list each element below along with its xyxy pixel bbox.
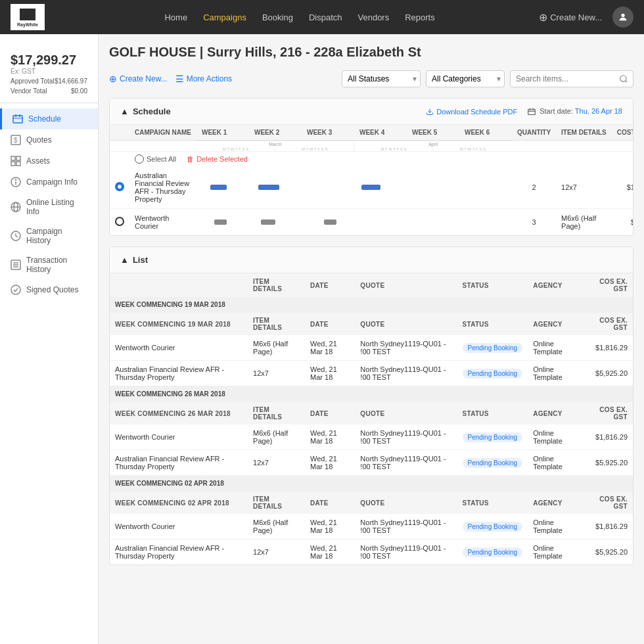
week-group-header: WEEK COMMENCING 26 MAR 2018 — [110, 386, 633, 402]
nav-vendors[interactable]: Vendors — [358, 12, 390, 22]
list-item-cost: $5,925.20 — [582, 540, 633, 565]
search-wrap — [510, 70, 633, 87]
cost-cell-1: $11,850.40 — [612, 166, 633, 209]
campaign-name-cell: Wentworth Courier — [129, 209, 196, 236]
svg-line-19 — [16, 236, 18, 237]
gantt-week6-row1 — [459, 166, 512, 209]
schedule-table-wrap: CAMPAIGN NAME WEEK 1 WEEK 2 WEEK 3 WEEK … — [110, 125, 633, 235]
sidebar-item-schedule[interactable]: Schedule — [0, 108, 98, 129]
list-item-details: M6x6 (Half Page) — [248, 335, 305, 361]
list-panel: ▲ List ITEM DETAILS DATE QUOTE STATUS AG… — [109, 246, 633, 565]
week-group-header: WEEK COMMENCING 19 MAR 2018 — [110, 297, 633, 313]
svg-point-0 — [621, 14, 624, 17]
list-item-date: Wed, 21 Mar 18 — [305, 361, 355, 386]
list-item-agency: Online Template — [528, 425, 582, 450]
main-content: GOLF HOUSE | Surry Hills, 216 - 228a Eli… — [99, 34, 644, 644]
row-radio-unchecked[interactable] — [115, 217, 124, 226]
svg-rect-7 — [11, 156, 15, 160]
sidebar-item-transaction-history[interactable]: Transaction History — [0, 250, 98, 279]
total-amount: $17,299.27 — [11, 53, 87, 68]
list-item: Australian Financial Review AFR - Thursd… — [110, 361, 633, 386]
gantt-week3-row1 — [302, 166, 354, 209]
row-radio-checked[interactable] — [115, 182, 124, 191]
download-pdf-button[interactable]: Download Schedule PDF — [426, 108, 517, 116]
table-row: Australian Financial Review AFR - Thursd… — [110, 166, 633, 209]
create-new-button[interactable]: ⊕ Create New... — [539, 11, 602, 24]
list-item-date: Wed, 21 Mar 18 — [305, 540, 355, 565]
list-title: ▲ List — [120, 255, 148, 265]
sidebar-item-signed-quotes[interactable]: Signed Quotes — [0, 279, 98, 300]
list-subheader-row: WEEK COMMENCING 26 MAR 2018 ITEM DETAILS… — [110, 402, 633, 425]
sidebar-item-campaign-history[interactable]: Campaign History — [0, 221, 98, 250]
nav-links: Home Campaigns Booking Dispatch Vendors … — [60, 12, 539, 22]
toolbar: ⊕ Create New... ☰ More Actions All Statu… — [109, 70, 633, 87]
list-item-cost: $1,816.29 — [582, 425, 633, 450]
table-row: Wentworth Courier — [110, 209, 633, 236]
col-week3: WEEK 3 — [302, 125, 354, 141]
list-item-name: Australian Financial Review AFR - Thursd… — [110, 450, 248, 476]
nav-campaigns[interactable]: Campaigns — [203, 12, 246, 22]
sidebar-approved-row: Approved Total $14,666.97 — [11, 78, 87, 85]
cost-cell-2: $5,448.87 — [612, 209, 633, 236]
col-cost: COST EX. GST — [612, 125, 633, 141]
col-qty: QUANTITY — [512, 125, 556, 141]
list-item-quote: North Sydney1119-QU01 - !00 TEST — [355, 514, 457, 540]
schedule-panel-header: ▲ Schedule Download Schedule PDF Start d… — [110, 99, 633, 125]
list-item: Wentworth Courier M6x6 (Half Page) Wed, … — [110, 335, 633, 361]
list-panel-header: ▲ List — [110, 247, 633, 273]
gantt-week4-row1 — [354, 166, 407, 209]
campaign-name-cell: Australian Financial Review AFR - Thursd… — [129, 166, 196, 209]
user-avatar[interactable] — [612, 7, 633, 28]
month-april: April — [354, 141, 512, 147]
sidebar-total: $17,299.27 Ex: GST Approved Total $14,66… — [0, 45, 98, 103]
delete-selected-button[interactable]: 🗑 Delete Selected — [187, 155, 248, 163]
sidebar-item-quotes[interactable]: $ Quotes — [0, 129, 98, 150]
list-item-status: Pending Booking — [457, 514, 528, 540]
list-item-status: Pending Booking — [457, 361, 528, 386]
status-filter[interactable]: All Statuses — [342, 70, 421, 87]
clock-icon — [11, 231, 21, 241]
col-week5: WEEK 5 — [407, 125, 459, 141]
svg-rect-9 — [11, 162, 15, 166]
list-item-cost: $5,925.20 — [582, 361, 633, 386]
list-item-quote: North Sydney1119-QU01 - !00 TEST — [355, 335, 457, 361]
list-collapse-icon[interactable]: ▲ — [120, 255, 129, 265]
nav-right: ⊕ Create New... — [539, 7, 633, 28]
list-item-quote: North Sydney1119-QU01 - !00 TEST — [355, 540, 457, 565]
list-item-details: M6x6 (Half Page) — [248, 514, 305, 540]
create-new-button[interactable]: ⊕ Create New... — [109, 74, 168, 84]
gantt-week4-row2 — [354, 209, 407, 236]
calendar-icon — [12, 114, 23, 124]
list-col-quote: QUOTE — [355, 273, 457, 297]
gantt-week1-row1 — [196, 166, 249, 209]
gantt-week3-row2 — [302, 209, 354, 236]
check-circle-icon — [11, 285, 21, 295]
list-col-cost: COS EX. GST — [582, 273, 633, 297]
logo[interactable]: RayWhite — [11, 4, 45, 30]
list-col-name — [110, 273, 248, 297]
sidebar-item-online-listing[interactable]: Online Listing Info — [0, 193, 98, 221]
sidebar-item-campaign-info[interactable]: Campaign Info — [0, 172, 98, 193]
nav-home[interactable]: Home — [164, 12, 187, 22]
more-actions-button[interactable]: ☰ More Actions — [175, 74, 232, 84]
col-week2: WEEK 2 — [249, 125, 302, 141]
nav-booking[interactable]: Booking — [262, 12, 293, 22]
nav-reports[interactable]: Reports — [405, 12, 435, 22]
qty-cell-1: 2 — [512, 166, 556, 209]
svg-point-25 — [620, 76, 626, 81]
svg-rect-1 — [13, 116, 22, 123]
svg-rect-10 — [16, 162, 20, 166]
search-input[interactable] — [510, 70, 633, 87]
gantt-week6-row2 — [459, 209, 512, 236]
col-item: ITEM DETAILS — [556, 125, 612, 141]
grid-icon — [11, 156, 21, 166]
schedule-collapse-icon[interactable]: ▲ — [120, 106, 129, 116]
list-item-cost: $1,816.29 — [582, 335, 633, 361]
categories-filter[interactable]: All Categories — [426, 70, 505, 87]
list-item-status: Pending Booking — [457, 425, 528, 450]
sidebar-item-assets[interactable]: Assets — [0, 150, 98, 172]
col-week6: WEEK 6 — [459, 125, 512, 141]
qty-cell-2: 3 — [512, 209, 556, 236]
select-all-button[interactable]: Select All — [135, 154, 176, 164]
nav-dispatch[interactable]: Dispatch — [309, 12, 342, 22]
